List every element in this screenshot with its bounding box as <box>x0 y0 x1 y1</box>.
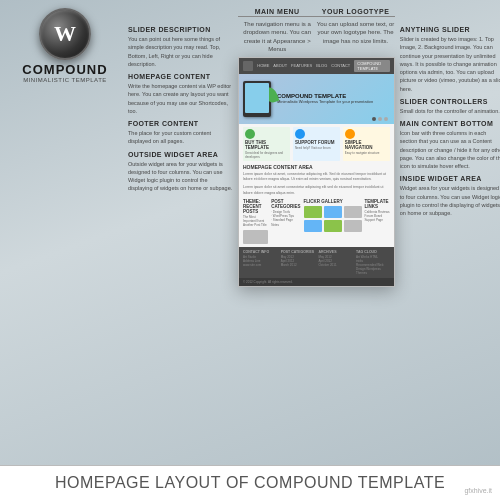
website-preview-container: MAIN MENU The navigation menu is a dropd… <box>238 8 395 287</box>
hero-device <box>243 81 271 117</box>
nav-icon <box>345 129 355 139</box>
buy-label: BUY THIS TEMPLATE <box>245 140 288 150</box>
nav-text: Easy to navigate structure <box>345 151 388 155</box>
flickr-title: FLICKR GALLERY <box>304 199 362 204</box>
footer-tag-cloud: TAG CLOUD Art Works HTMLtricksRecommende… <box>356 250 390 276</box>
footer-cats-title: POST CATEGORIES <box>281 250 315 254</box>
recent-posts-col: THEME: RECENT POSTS The Most Important E… <box>243 199 268 244</box>
brand-subtitle: MINIMALISTIC TEMPLATE <box>23 77 107 83</box>
preview-hero: COMPOUND TEMPLATE Minimalistic Wordpress… <box>239 74 394 124</box>
footer-content-block: FOOTER CONTENT The place for your custom… <box>128 120 233 146</box>
flickr-thumbs-2 <box>304 220 362 232</box>
thumb-1 <box>304 206 322 218</box>
flickr-col: FLICKR GALLERY <box>304 199 362 244</box>
brand-name: COMPOUND <box>22 62 107 77</box>
outside-widget-block: OUTSIDE WIDGET AREA Outside widget area … <box>128 151 233 193</box>
outside-widget-title: OUTSIDE WIDGET AREA <box>128 151 233 158</box>
support-icon <box>295 129 305 139</box>
preview-copyright: © 2012 Copyright. All rights reserved. <box>239 278 394 286</box>
bottom-title-main: HOMEPAGE LAYOUT <box>55 474 221 491</box>
preview-content: BUY THIS TEMPLATE Great deal for designe… <box>239 124 394 247</box>
recent-posts-title: THEME: RECENT POSTS <box>243 199 268 214</box>
thumb-4 <box>304 220 322 232</box>
buy-block: BUY THIS TEMPLATE Great deal for designe… <box>243 127 290 161</box>
post-thumb <box>243 230 268 244</box>
slider-description-title: SLIDER DESCRIPTION <box>128 26 233 33</box>
support-label: SUPPORT FORUM <box>295 140 338 145</box>
inside-widget-text: Widget area for your widgets is designed… <box>400 184 500 217</box>
template-links-title: TEMPLATE LINKS <box>365 199 390 209</box>
wp-logo: W <box>39 8 91 60</box>
anything-slider-title: ANYTHING SLIDER <box>400 26 500 33</box>
dot-1 <box>372 117 376 121</box>
footer-archives-title: ARCHIVES <box>318 250 352 254</box>
outside-widget-text: Outside widget area for your widgets is … <box>128 160 233 193</box>
right-annotations: ANYTHING SLIDER Slider is created by two… <box>400 8 500 222</box>
nav-about: ABOUT <box>273 63 287 68</box>
anything-slider-block: ANYTHING SLIDER Slider is created by two… <box>400 26 500 93</box>
main-menu-text: The navigation menu is a dropdown menu. … <box>238 20 316 54</box>
preview-nav-brand: COMPOUND TEMPLATE <box>354 60 389 72</box>
nav-features: FEATURES <box>291 63 312 68</box>
logotype-label: YOUR LOGOTYPE <box>316 8 394 17</box>
footer-tag-text: Art Works HTMLtricksRecommended WebDesig… <box>356 255 390 276</box>
slider-description-text: You can point out here some things of si… <box>128 35 233 68</box>
hero-text: COMPOUND TEMPLATE Minimalistic Wordpress… <box>277 93 390 104</box>
footer-contact: CONTACT INFO Art StudioAddress Linewww.s… <box>243 250 277 276</box>
thumb-3 <box>344 206 362 218</box>
bottom-title: HOMEPAGE LAYOUT OF COMPOUND TEMPLATE <box>10 474 490 492</box>
main-content-bottom-title: MAIN CONTENT BOTTOM <box>400 120 500 127</box>
bottom-banner: HOMEPAGE LAYOUT OF COMPOUND TEMPLATE gfx… <box>0 465 500 500</box>
template-links-col: TEMPLATE LINKS California Reviews Forum … <box>365 199 390 244</box>
nav-label: SIMPLE NAVIGATION <box>345 140 388 150</box>
homepage-content-title: HOMEPAGE CONTENT <box>128 73 233 80</box>
thumb-6 <box>344 220 362 232</box>
slider-controllers-block: SLIDER CONTROLLERS Small dots for the co… <box>400 98 500 115</box>
preview-bottom-cols: THEME: RECENT POSTS The Most Important E… <box>243 199 390 244</box>
recent-post-2: Another Post Title <box>243 223 268 227</box>
logo-area: W COMPOUND MINIMALISTIC TEMPLATE <box>10 8 120 83</box>
footer-contact-text: Art StudioAddress Linewww.site.com <box>243 255 277 268</box>
homepage-content-block: HOMEPAGE CONTENT Write the homepage cont… <box>128 73 233 115</box>
nav-blog: BLOG <box>316 63 327 68</box>
categories-title: POST CATEGORIES <box>271 199 300 209</box>
copyright-text: © 2012 Copyright. All rights reserved. <box>243 280 390 284</box>
flickr-thumbs <box>304 206 362 218</box>
hero-subtitle: Minimalistic Wordpress Template for your… <box>277 99 390 104</box>
buy-icon <box>245 129 255 139</box>
inside-widget-block: INSIDE WIDGET AREA Widget area for your … <box>400 175 500 217</box>
preview-footer: CONTACT INFO Art StudioAddress Linewww.s… <box>239 247 394 279</box>
main-content-bottom-block: MAIN CONTENT BOTTOM Icon bar with three … <box>400 120 500 170</box>
homepage-area-title: HOMEPAGE CONTENT AREA <box>243 164 390 170</box>
recent-post-1: The Most Important Event <box>243 215 268 223</box>
buy-text: Great deal for designers and developers <box>245 151 288 159</box>
preview-icons-row: BUY THIS TEMPLATE Great deal for designe… <box>243 127 390 161</box>
homepage-text-2: Lorem ipsum dolor sit amet consectetur a… <box>243 185 390 196</box>
preview-nav-logo <box>243 61 253 71</box>
footer-post-cats: POST CATEGORIES May 2012April 2012March … <box>281 250 315 276</box>
support-text: Need help? Visit our forum <box>295 146 338 150</box>
dot-3 <box>384 117 388 121</box>
homepage-text-1: Lorem ipsum dolor sit amet, consectetur … <box>243 172 390 183</box>
main-menu-label: MAIN MENU <box>238 8 316 17</box>
logotype-text: You can upload some text, or your own lo… <box>316 20 394 45</box>
thumb-2 <box>324 206 342 218</box>
preview-navbar: HOME ABOUT FEATURES BLOG CONTACT COMPOUN… <box>239 58 394 74</box>
watermark: gfxhive.it <box>464 487 492 494</box>
slider-controllers-text: Small dots for the controller of animati… <box>400 107 500 115</box>
footer-content-text: The place for your custom content displa… <box>128 129 233 146</box>
inside-widget-title: INSIDE WIDGET AREA <box>400 175 500 182</box>
footer-contact-title: CONTACT INFO <box>243 250 277 254</box>
footer-content-title: FOOTER CONTENT <box>128 120 233 127</box>
website-preview: HOME ABOUT FEATURES BLOG CONTACT COMPOUN… <box>238 57 395 288</box>
wp-logo-letter: W <box>54 21 76 47</box>
nav-block: SIMPLE NAVIGATION Easy to navigate struc… <box>343 127 390 161</box>
bottom-title-sub: OF COMPOUND TEMPLATE <box>226 474 445 491</box>
thumb-5 <box>324 220 342 232</box>
slider-controllers-title: SLIDER CONTROLLERS <box>400 98 500 105</box>
anything-slider-text: Slider is created by two images: 1. Top … <box>400 35 500 93</box>
footer-archives: ARCHIVES May 2012April 2012October 2011 <box>318 250 352 276</box>
hero-leaf <box>263 85 280 104</box>
main-content-bottom-text: Icon bar with three columns in each sect… <box>400 129 500 170</box>
left-annotations: SLIDER DESCRIPTION You can point out her… <box>128 8 233 198</box>
